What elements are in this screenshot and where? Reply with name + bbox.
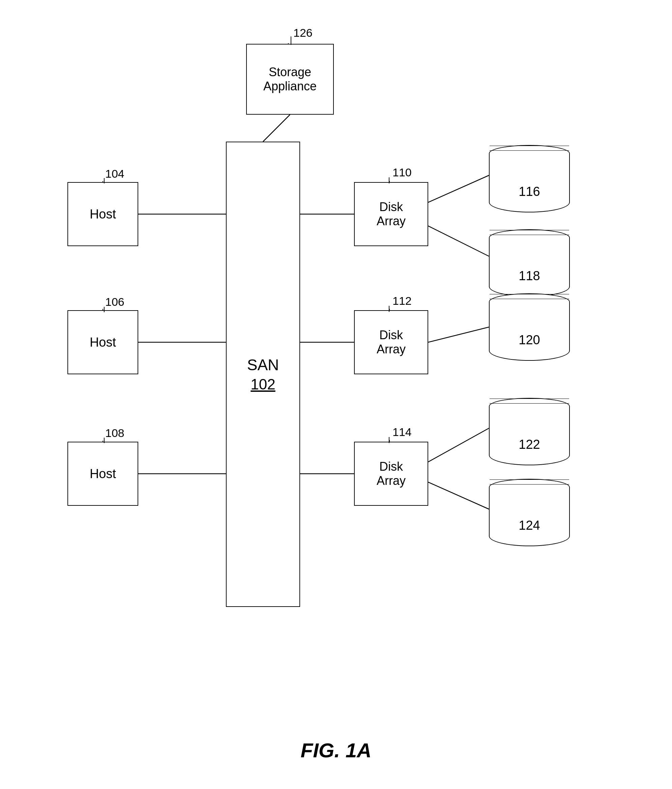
host-104-label: Host [90,207,116,222]
ref-114: 114 [393,425,412,439]
cyl-116-body [489,153,570,212]
cylinder-120: 120 [489,293,570,361]
cylinder-118: 118 [489,229,570,297]
ref-112: 112 [393,294,412,308]
cyl-120-label: 120 [489,333,570,347]
connection-lines [0,0,672,789]
san-label: SAN 102 [227,142,299,606]
disk-array-112-label: DiskArray [377,328,405,356]
svg-line-8 [428,226,489,256]
svg-line-11 [428,482,489,509]
san-text: SAN [247,356,279,374]
host-108-box: Host [67,442,138,506]
cylinder-122: 122 [489,398,570,465]
cylinder-124: 124 [489,479,570,546]
callout-tick-126 [291,37,291,45]
disk-array-114-label: DiskArray [377,460,405,488]
cyl-122-body [489,406,570,465]
ref-104: 104 [105,167,125,180]
disk-array-114-box: DiskArray [354,442,428,506]
disk-array-110-box: DiskArray [354,182,428,246]
ref-106: 106 [105,295,125,308]
host-106-box: Host [67,310,138,374]
cyl-124-label: 124 [489,518,570,533]
callout-tick-104 [104,178,105,184]
host-106-label: Host [90,335,116,350]
cyl-118-label: 118 [489,269,570,283]
disk-array-112-box: DiskArray [354,310,428,374]
cyl-118-body [489,238,570,297]
ref-110: 110 [393,166,412,179]
callout-tick-108 [104,438,105,443]
storage-appliance-box: Storage Appliance [246,44,334,115]
cylinder-116: 116 [489,145,570,212]
callout-tick-106 [104,307,105,312]
san-box: SAN 102 [226,142,300,607]
host-104-box: Host [67,182,138,246]
callout-tick-114 [389,437,389,443]
cyl-116-label: 116 [489,184,570,199]
figure-label: FIG. 1A [0,739,672,762]
storage-appliance-label: Storage Appliance [247,65,333,93]
svg-line-10 [428,428,489,462]
diagram: Storage Appliance 126 SAN 102 Host 104 H… [0,0,672,789]
cyl-122-label: 122 [489,437,570,452]
ref-108: 108 [105,426,125,440]
callout-tick-110 [389,177,389,184]
svg-line-7 [428,175,489,202]
svg-line-0 [263,115,290,142]
ref-126: 126 [293,26,313,40]
callout-tick-112 [389,306,389,312]
cyl-124-body [489,487,570,546]
disk-array-110-label: DiskArray [377,200,405,228]
svg-line-9 [428,327,489,342]
host-108-label: Host [90,466,116,481]
cyl-120-body [489,302,570,361]
san-ref: 102 [251,376,275,393]
